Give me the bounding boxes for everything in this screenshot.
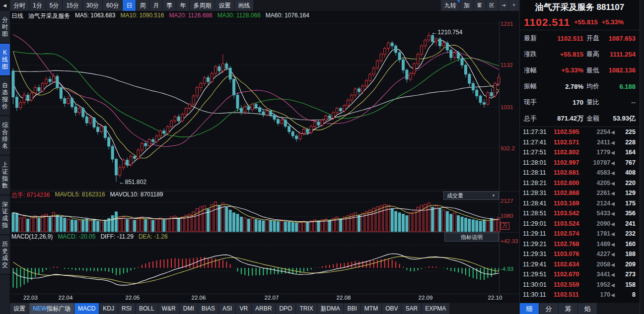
ma-readout-item: MA5: 1063.683 (75, 12, 115, 20)
period-button[interactable]: 年 (176, 0, 189, 11)
quote-stats-row: 现手 170 量比 -- (520, 94, 640, 110)
sidebar-tab[interactable]: 分时图 (0, 11, 10, 44)
period-button[interactable]: 分时 (10, 0, 29, 11)
tick-volume: 1952 (596, 281, 610, 288)
indicator-tab[interactable]: EXPMA (422, 303, 449, 314)
stat-label: 最低 (583, 66, 604, 75)
tick-time: 11:28:11 (523, 169, 554, 176)
detail-tab[interactable]: 焰 (578, 303, 597, 314)
indicator-tab[interactable]: DMI (180, 303, 198, 314)
period-button[interactable]: 月 (149, 0, 162, 11)
tick-time: 11:29:11 (523, 230, 554, 237)
period-button[interactable]: 设置 (215, 0, 234, 11)
sidebar-tab[interactable]: 自选报价 (0, 76, 10, 116)
indicator-plaza-label: 指标广场 (47, 305, 71, 313)
detail-tab[interactable]: 细 (520, 303, 539, 314)
quote-stats-row: 总手 871.42万 金额 53.93亿 (520, 110, 640, 126)
indicator-tab[interactable]: VR (236, 303, 251, 314)
tool-button[interactable]: 区 (486, 0, 498, 11)
indicator-tab[interactable]: TRIX (296, 303, 316, 314)
indicator-tab[interactable]: W&R (158, 303, 179, 314)
indicator-tab[interactable]: MTM (361, 303, 381, 314)
tick-row: 11:28:51 1103.542 5433◀ 356 (520, 208, 640, 219)
trade-direction-arrow-icon: ◀ (611, 262, 615, 267)
tick-count: 8 (615, 291, 636, 298)
collapse-sidebar-button[interactable]: ◀ (0, 0, 10, 11)
tick-row: 11:29:01 1103.524 2090◀ 241 (520, 218, 640, 229)
indicator-tab[interactable]: KDJ (99, 303, 118, 314)
period-button[interactable]: 5分 (46, 0, 63, 11)
left-sidebar: 分时图K线图自选报价综合排名上证指数深证成指历史成交 (0, 11, 10, 314)
macd-chart[interactable] (10, 232, 519, 294)
tick-time: 11:28:31 (523, 189, 554, 196)
tool-button[interactable]: 窗 (474, 0, 486, 11)
tick-volume: 4583 (596, 169, 610, 176)
indicator-tab[interactable]: BIAS (198, 303, 218, 314)
indicator-tab[interactable]: BOLL (136, 303, 158, 314)
tick-row: 11:28:41 1103.169 2124◀ 175 (520, 198, 640, 208)
indicator-settings-button[interactable]: 设置 (10, 303, 29, 314)
period-button[interactable]: 1分 (29, 0, 46, 11)
indicator-tab[interactable]: 新DMA (317, 303, 344, 314)
tick-volume: 2124 (596, 200, 610, 207)
period-button[interactable]: 画线 (234, 0, 253, 11)
last-price-row: 1102.511 +55.815 +5.33% (520, 14, 640, 30)
stat-value: 2.78% (546, 83, 583, 90)
tick-count: 232 (615, 230, 636, 237)
period-button[interactable]: 60分 (103, 0, 122, 11)
trade-direction-arrow-icon: ◀ (611, 231, 615, 237)
period-button[interactable]: 30分 (83, 0, 102, 11)
tick-volume: 1489 (596, 241, 610, 248)
indicator-tab[interactable]: DPO (276, 303, 295, 314)
tick-price: 1102.511 (554, 291, 590, 298)
price-change: +55.815 (574, 18, 597, 26)
tick-price: 1102.571 (554, 139, 590, 146)
stat-label: 振幅 (524, 82, 546, 91)
chevron-down-icon[interactable]: ▼ (509, 0, 519, 11)
period-button[interactable]: 周 (136, 0, 149, 11)
tick-row: 11:30:11 1102.511 170◀ 8 (520, 290, 640, 300)
trade-direction-arrow-icon: ◀ (611, 272, 615, 277)
stat-label: 最新 (524, 34, 546, 43)
sidebar-tab[interactable]: 历史成交 (0, 235, 10, 275)
tick-count: 175 (615, 200, 636, 207)
period-button[interactable]: 季 (163, 0, 176, 11)
period-button[interactable]: 多周期 (190, 0, 215, 11)
sidebar-tab[interactable]: K线图 (0, 44, 10, 76)
indicator-tab[interactable]: MACD (74, 303, 99, 314)
detail-tab[interactable]: 筹 (559, 303, 577, 314)
sidebar-tab[interactable]: 深证成指 (0, 195, 10, 235)
tick-price: 1102.768 (554, 241, 590, 248)
main-candlestick-chart[interactable]: ←1210.754←851.802 (10, 21, 519, 191)
period-button[interactable]: 日 (123, 0, 136, 11)
indicator-tab[interactable]: RSI (118, 303, 135, 314)
trade-direction-arrow-icon: ◀ (611, 201, 615, 206)
tick-count: 767 (615, 159, 636, 166)
stat-value: 170 (546, 99, 583, 106)
trade-direction-arrow-icon: ◀ (611, 140, 615, 145)
indicator-tab[interactable]: ARBR (252, 303, 275, 314)
sidebar-tab[interactable]: 上证指数 (0, 156, 10, 195)
tick-row: 11:27:31 1102.595 2254◀ 225 (520, 127, 640, 137)
sidebar-tab[interactable]: 综合排名 (0, 116, 10, 156)
tick-count: 408 (615, 169, 636, 176)
tool-button[interactable]: 加 (460, 0, 473, 11)
jump-to-latest-icon[interactable]: ⇥ (499, 0, 508, 11)
detail-tab[interactable]: 分 (539, 303, 558, 314)
trade-direction-arrow-icon: ◀ (611, 242, 615, 247)
tick-row: 11:27:51 1102.802 1779◀ 164 (520, 147, 640, 158)
right-edge-strip (640, 0, 644, 314)
indicator-plaza-button[interactable]: NEW 指标广场 (29, 303, 74, 314)
tool-button[interactable]: 九转 (441, 0, 460, 11)
volume-indicator-selector[interactable]: 成交量 ▼ (443, 191, 499, 200)
indicator-tab[interactable]: OBV (382, 303, 401, 314)
indicator-tab[interactable]: SAR (402, 303, 421, 314)
quote-stats-row: 振幅 2.78% 均价 6.188 (520, 78, 640, 94)
period-button[interactable]: 15分 (63, 0, 82, 11)
indicator-help-button[interactable]: 指标说明 (444, 233, 499, 242)
indicator-tab[interactable]: ASI (219, 303, 235, 314)
indicator-tab[interactable]: BBI (344, 303, 360, 314)
tick-volume: 2090 (596, 220, 610, 227)
tick-time: 11:28:21 (523, 180, 554, 187)
tick-trade-list[interactable]: 11:27:31 1102.595 2254◀ 225 11:27:41 110… (520, 127, 640, 300)
